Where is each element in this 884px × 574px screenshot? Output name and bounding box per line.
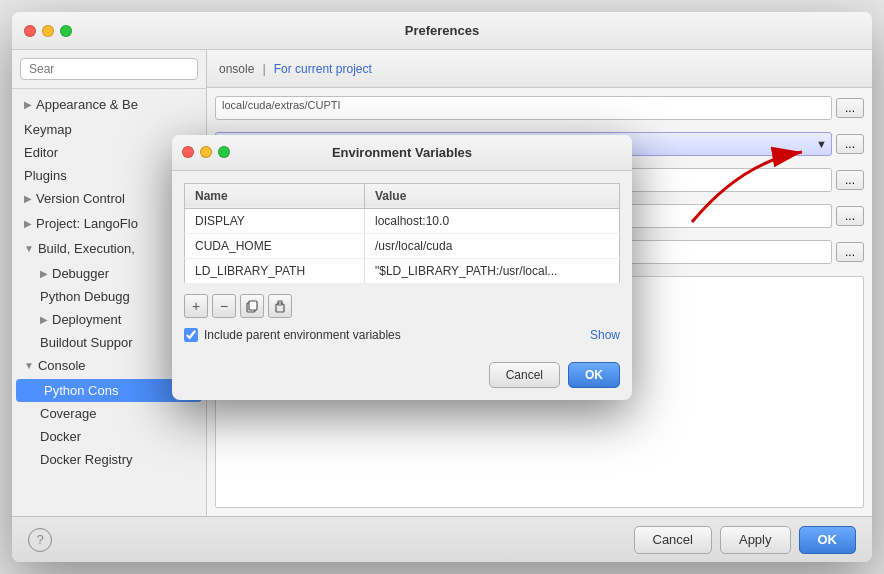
paste-icon	[273, 299, 287, 313]
modal-title: Environment Variables	[332, 145, 472, 160]
modal-cancel-button[interactable]: Cancel	[489, 362, 560, 388]
modal-minimize-button[interactable]	[200, 146, 212, 158]
modal-footer: Cancel OK	[172, 354, 632, 400]
remove-variable-button[interactable]: −	[212, 294, 236, 318]
env-value-cuda: /usr/local/cuda	[365, 233, 620, 258]
table-row[interactable]: LD_LIBRARY_PATH "$LD_LIBRARY_PATH:/usr/l…	[185, 258, 620, 283]
env-value-ldpath: "$LD_LIBRARY_PATH:/usr/local...	[365, 258, 620, 283]
include-parent-label: Include parent environment variables	[204, 328, 401, 342]
show-link[interactable]: Show	[590, 328, 620, 342]
svg-rect-2	[249, 301, 257, 310]
paste-variable-button[interactable]	[268, 294, 292, 318]
table-row[interactable]: CUDA_HOME /usr/local/cuda	[185, 233, 620, 258]
modal-maximize-button[interactable]	[218, 146, 230, 158]
col-header-name: Name	[185, 183, 365, 208]
env-name-display: DISPLAY	[185, 208, 365, 233]
preferences-window: Preferences ▶ Appearance & Be Keymap Edi…	[12, 12, 872, 562]
env-variables-table: Name Value DISPLAY localhost:10.0 CUDA_H…	[184, 183, 620, 284]
table-row[interactable]: DISPLAY localhost:10.0	[185, 208, 620, 233]
env-name-cuda: CUDA_HOME	[185, 233, 365, 258]
environment-variables-modal: Environment Variables Name Value DISPLAY	[172, 135, 632, 400]
include-parent-checkbox[interactable]	[184, 328, 198, 342]
modal-titlebar: Environment Variables	[172, 135, 632, 171]
modal-body: Name Value DISPLAY localhost:10.0 CUDA_H…	[172, 171, 632, 354]
copy-icon	[245, 299, 259, 313]
env-name-ldpath: LD_LIBRARY_PATH	[185, 258, 365, 283]
modal-controls	[182, 146, 230, 158]
col-header-value: Value	[365, 183, 620, 208]
copy-variable-button[interactable]	[240, 294, 264, 318]
include-parent-checkbox-row: Include parent environment variables Sho…	[184, 328, 620, 342]
modal-close-button[interactable]	[182, 146, 194, 158]
modal-ok-button[interactable]: OK	[568, 362, 620, 388]
env-value-localhost: localhost:10.0	[365, 208, 620, 233]
modal-toolbar: + −	[184, 294, 620, 318]
modal-overlay: Environment Variables Name Value DISPLAY	[12, 12, 872, 562]
add-variable-button[interactable]: +	[184, 294, 208, 318]
